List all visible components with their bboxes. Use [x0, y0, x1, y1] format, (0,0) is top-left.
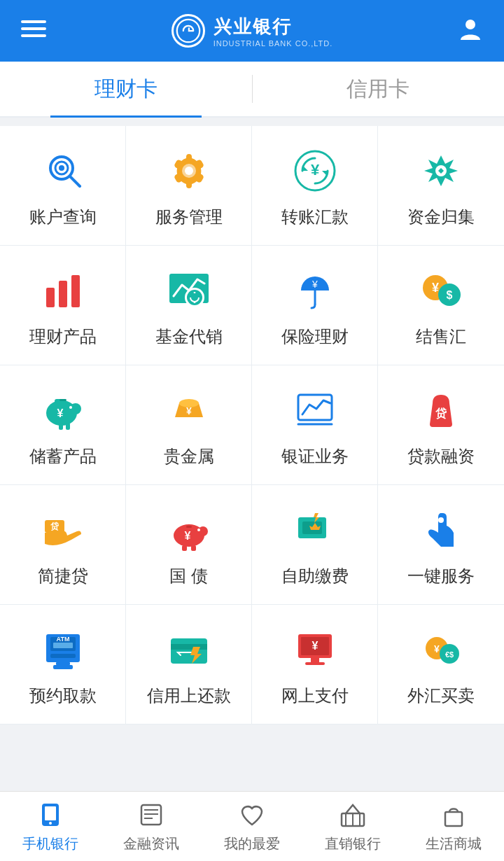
grid-item-insurance[interactable]: ¥ 保险理财	[252, 246, 378, 365]
grid-item-atm-book[interactable]: ATM 预约取款	[0, 605, 126, 724]
treasury-icon: ¥	[164, 505, 214, 555]
grid-item-precious-metal[interactable]: ¥ 贵金属	[126, 365, 252, 485]
bank-name-block: 兴业银行 INDUSTRIAL BANK CO.,LTD.	[214, 15, 333, 48]
grid-item-self-pay[interactable]: 自助缴费	[252, 485, 378, 605]
grid-item-savings[interactable]: ¥ 储蓄产品	[0, 365, 126, 485]
atm-book-icon: ATM	[38, 624, 88, 675]
grid-item-one-key[interactable]: 一键服务	[378, 485, 504, 605]
grid-item-quick-loan[interactable]: 贷 简捷贷	[0, 485, 126, 605]
svg-text:¥: ¥	[186, 405, 192, 416]
grid-item-fund-sales[interactable]: 基金代销	[126, 246, 252, 365]
svg-text:¥: ¥	[312, 640, 318, 652]
tab-financial[interactable]: 理财卡	[0, 62, 252, 116]
grid-item-wealth-product[interactable]: 理财产品	[0, 246, 126, 365]
svg-point-10	[185, 167, 193, 175]
svg-point-31	[70, 403, 81, 414]
service-grid: 账户查询 服务管理 ¥ 转账汇款	[0, 126, 504, 724]
menu-icon[interactable]	[21, 16, 46, 46]
online-pay-icon: ¥	[290, 624, 340, 675]
nav-mobile-bank[interactable]: 手机银行	[0, 792, 101, 861]
securities-label: 银证业务	[281, 445, 349, 468]
account-query-icon	[38, 146, 88, 196]
svg-text:贷: 贷	[50, 522, 59, 531]
settle-exchange-label: 结售汇	[416, 326, 466, 348]
credit-repay-icon	[164, 624, 214, 675]
svg-rect-60	[50, 654, 76, 658]
precious-metal-icon: ¥	[164, 385, 214, 435]
savings-label: 储蓄产品	[29, 445, 97, 468]
life-mall-icon	[438, 799, 469, 830]
account-query-label: 账户查询	[29, 206, 97, 228]
precious-metal-label: 贵金属	[164, 445, 214, 468]
wealth-product-icon	[38, 265, 88, 316]
quick-loan-icon: 贷	[38, 505, 88, 555]
grid-item-fund-collect[interactable]: 资金归集	[378, 126, 504, 246]
svg-rect-77	[45, 806, 56, 820]
tab-credit[interactable]: 信用卡	[253, 62, 505, 116]
nav-finance-news-label: 金融资讯	[123, 834, 179, 853]
nav-life-mall-label: 生活商城	[426, 834, 482, 853]
nav-direct-bank-label: 直销银行	[325, 834, 381, 853]
nav-direct-bank[interactable]: 直销银行	[302, 792, 403, 861]
svg-rect-18	[71, 275, 80, 307]
svg-rect-17	[59, 281, 67, 307]
svg-rect-63	[171, 638, 207, 664]
transfer-label: 转账汇款	[281, 206, 349, 228]
svg-point-4	[465, 20, 475, 29]
direct-bank-icon	[337, 799, 368, 830]
grid-item-transfer[interactable]: ¥ 转账汇款	[252, 126, 378, 246]
insurance-icon: ¥	[290, 265, 340, 316]
self-pay-label: 自助缴费	[281, 565, 349, 587]
svg-text:¥: ¥	[312, 279, 318, 290]
svg-text:€$: €$	[445, 650, 454, 659]
grid-item-forex[interactable]: ¥ €$ 外汇买卖	[378, 605, 504, 724]
svg-rect-48	[191, 545, 196, 551]
nav-finance-news[interactable]: 金融资讯	[101, 792, 202, 861]
svg-rect-61	[56, 662, 70, 665]
svg-rect-70	[311, 658, 319, 662]
svg-text:$: $	[447, 289, 453, 301]
bank-name: 兴业银行	[214, 15, 333, 39]
svg-rect-87	[445, 812, 462, 826]
svg-text:贷: 贷	[435, 407, 447, 419]
insurance-label: 保险理财	[281, 326, 349, 348]
nav-favorites-label: 我的最爱	[224, 834, 280, 853]
tab-bar: 理财卡 信用卡	[0, 62, 504, 118]
grid-item-account-query[interactable]: 账户查询	[0, 126, 126, 246]
nav-life-mall[interactable]: 生活商城	[403, 792, 504, 861]
svg-rect-1	[21, 27, 46, 30]
grid-item-securities[interactable]: 银证业务	[252, 365, 378, 485]
svg-rect-59	[53, 643, 73, 648]
nav-favorites[interactable]: 我的最爱	[202, 792, 302, 861]
loan-label: 贷款融资	[407, 445, 475, 468]
svg-rect-16	[46, 288, 55, 307]
grid-item-loan[interactable]: 贷 贷款融资	[378, 365, 504, 485]
grid-item-service-manage[interactable]: 服务管理	[126, 126, 252, 246]
logo-circle	[172, 14, 205, 48]
svg-point-49	[197, 528, 200, 531]
fund-sales-icon	[164, 265, 214, 316]
svg-rect-47	[182, 545, 187, 551]
svg-line-7	[70, 176, 80, 186]
securities-icon	[290, 385, 340, 435]
forex-label: 外汇买卖	[407, 685, 475, 707]
grid-item-treasury[interactable]: ¥ 国 债	[126, 485, 252, 605]
bottom-nav: 手机银行 金融资讯 我的最爱	[0, 791, 504, 861]
fund-sales-label: 基金代销	[155, 326, 223, 348]
mobile-bank-icon	[35, 799, 66, 830]
svg-point-46	[198, 526, 208, 536]
svg-text:¥: ¥	[310, 161, 319, 178]
svg-text:¥: ¥	[432, 281, 439, 295]
savings-icon: ¥	[38, 385, 88, 435]
grid-item-credit-repay[interactable]: 信用上还款	[126, 605, 252, 724]
grid-item-online-pay[interactable]: ¥ 网上支付	[252, 605, 378, 724]
svg-rect-33	[59, 423, 63, 430]
user-icon[interactable]	[458, 16, 483, 46]
bank-sub: INDUSTRIAL BANK CO.,LTD.	[214, 39, 333, 48]
service-manage-label: 服务管理	[155, 206, 223, 228]
svg-text:ATM: ATM	[56, 636, 69, 643]
atm-book-label: 预约取款	[29, 685, 97, 707]
grid-item-settle-exchange[interactable]: ¥ $ 结售汇	[378, 246, 504, 365]
svg-point-35	[69, 406, 72, 409]
quick-loan-label: 简捷贷	[38, 565, 88, 587]
